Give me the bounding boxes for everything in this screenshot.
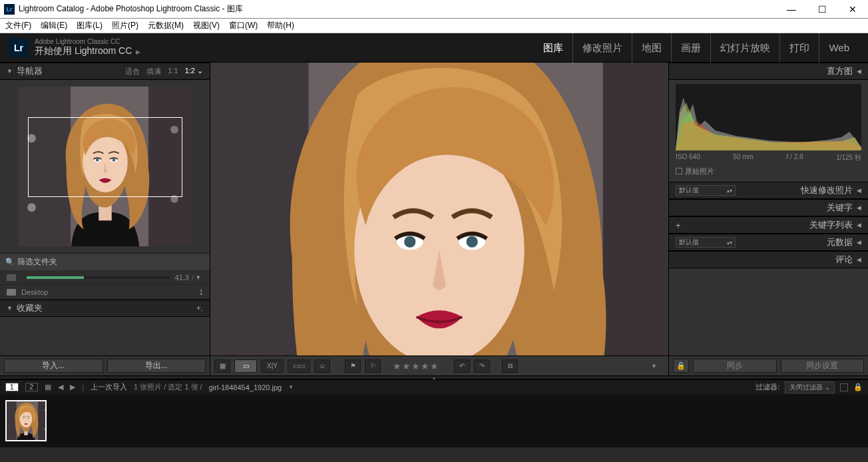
histogram-chart[interactable] bbox=[676, 84, 861, 150]
quickdev-preset-select[interactable]: 默认值▴▾ bbox=[676, 185, 736, 196]
module-slideshow[interactable]: 幻灯片放映 bbox=[710, 33, 779, 63]
filmstrip-header: 1 2 ▦ ◀ ▶ | 上一次导入 1 张照片 / 选定 1 张 / girl-… bbox=[0, 379, 868, 394]
view-grid-button[interactable]: ▦ bbox=[214, 359, 230, 373]
window-titlebar: Lr Lightroom Catalog - Adobe Photoshop L… bbox=[0, 0, 868, 19]
module-library[interactable]: 图库 bbox=[534, 33, 572, 63]
menu-file[interactable]: 文件(F) bbox=[5, 20, 31, 31]
histogram-body: ISO 640 50 mm f / 2.8 1/125 秒 原始照片 bbox=[669, 80, 868, 182]
import-export-row: 导入... 导出... bbox=[0, 355, 210, 375]
view-compare-button[interactable]: X|Y bbox=[261, 359, 284, 373]
loupe-view[interactable] bbox=[210, 63, 668, 355]
zoom-fit[interactable]: 适合 bbox=[125, 67, 140, 77]
folder-count: 1 bbox=[199, 288, 203, 296]
keywordlist-header[interactable]: ◀ 关键字列表 + bbox=[669, 216, 868, 234]
module-web[interactable]: Web bbox=[819, 33, 859, 63]
folder-icon bbox=[7, 289, 16, 296]
disk-icon bbox=[7, 274, 16, 281]
filmstrip[interactable] bbox=[0, 394, 868, 447]
original-photo-row[interactable]: 原始照片 bbox=[676, 166, 861, 176]
folder-name: Desktop bbox=[21, 288, 48, 296]
crop-overlay-button[interactable]: ⧉ bbox=[502, 359, 518, 373]
disclosure-icon: ▼ bbox=[7, 305, 13, 312]
rating-stars[interactable]: ★★★★★ bbox=[393, 361, 439, 371]
quickdev-header[interactable]: ◀ 快速修改照片 默认值▴▾ bbox=[669, 182, 868, 199]
rotate-ccw-button[interactable]: ↶ bbox=[454, 359, 470, 373]
menu-meta[interactable]: 元数据(M) bbox=[148, 20, 184, 31]
sync-button[interactable]: 同步 bbox=[693, 359, 777, 373]
nav-back-icon[interactable]: ◀ bbox=[58, 383, 63, 391]
minimize-button[interactable]: — bbox=[776, 0, 807, 19]
zoom-select[interactable]: 1:2 ⌄ bbox=[185, 67, 203, 77]
grid-icon[interactable]: ▦ bbox=[45, 383, 51, 391]
module-print[interactable]: 打印 bbox=[779, 33, 819, 63]
navigator-header[interactable]: ▼ 导航器 适合 填满 1:1 1:2 ⌄ bbox=[0, 63, 210, 80]
keywordlist-label: 关键字列表 bbox=[681, 219, 853, 231]
histogram-header[interactable]: ◀ 直方图 bbox=[669, 63, 868, 80]
folder-filter[interactable]: 🔍 筛选文件夹 bbox=[0, 253, 210, 270]
filename-dropdown-icon[interactable]: ▼ bbox=[288, 384, 294, 390]
filter-toggle[interactable] bbox=[840, 383, 848, 391]
filmstrip-thumb[interactable] bbox=[5, 400, 47, 441]
keywords-header[interactable]: ◀ 关键字 bbox=[669, 199, 868, 216]
disclosure-icon: ◀ bbox=[857, 239, 861, 246]
comments-header[interactable]: ◀ 评论 bbox=[669, 251, 868, 268]
rotate-cw-button[interactable]: ↷ bbox=[474, 359, 490, 373]
import-button[interactable]: 导入... bbox=[4, 359, 103, 373]
view-survey-button[interactable]: ▭▭ bbox=[288, 359, 310, 373]
meta-shutter: 1/125 秒 bbox=[836, 153, 861, 162]
identity-big[interactable]: 开始使用 Lightroom CC▶ bbox=[35, 45, 140, 57]
app-icon: Lr bbox=[4, 4, 15, 15]
sync-lock-icon[interactable]: 🔒 bbox=[673, 359, 689, 373]
metadata-preset-select[interactable]: 默认值▴▾ bbox=[676, 237, 736, 248]
collections-header[interactable]: ▼ 收藏夹 +. bbox=[0, 300, 210, 317]
add-keyword-button[interactable]: + bbox=[676, 220, 681, 230]
metadata-header[interactable]: ◀ 元数据 默认值▴▾ bbox=[669, 234, 868, 251]
chevron-down-icon[interactable]: ▾ bbox=[194, 273, 203, 282]
checkbox-icon[interactable] bbox=[676, 168, 682, 174]
window-layout-2[interactable]: 2 bbox=[25, 383, 39, 391]
flag-reject-button[interactable]: ⚐ bbox=[365, 359, 381, 373]
navigator-crop-rect[interactable] bbox=[28, 117, 182, 197]
module-picker: 图库 修改照片 地图 画册 幻灯片放映 打印 Web bbox=[534, 33, 859, 63]
meta-aperture: f / 2.8 bbox=[787, 153, 803, 162]
collections-label: 收藏夹 bbox=[17, 302, 196, 314]
sync-settings-button[interactable]: 同步设置 bbox=[781, 359, 865, 373]
meta-focal: 50 mm bbox=[733, 153, 754, 162]
export-button[interactable]: 导出... bbox=[107, 359, 206, 373]
folder-desktop[interactable]: Desktop 1 bbox=[0, 285, 210, 300]
disclosure-icon: ◀ bbox=[857, 187, 861, 194]
keywords-label: 关键字 bbox=[676, 202, 853, 214]
menu-view[interactable]: 视图(V) bbox=[193, 20, 220, 31]
add-collection-button[interactable]: +. bbox=[196, 304, 203, 313]
flag-pick-button[interactable]: ⚑ bbox=[345, 359, 361, 373]
module-develop[interactable]: 修改照片 bbox=[572, 33, 632, 63]
identity-small: Adobe Lightroom Classic CC bbox=[35, 38, 140, 45]
maximize-button[interactable]: ☐ bbox=[807, 0, 837, 19]
navigator-thumbnail[interactable] bbox=[19, 87, 192, 246]
menu-library[interactable]: 图库(L) bbox=[77, 20, 103, 31]
lr-logo: Lr bbox=[9, 39, 28, 57]
module-map[interactable]: 地图 bbox=[632, 33, 671, 63]
menu-help[interactable]: 帮助(H) bbox=[267, 20, 294, 31]
view-people-button[interactable]: ☺ bbox=[314, 359, 330, 373]
volume-row[interactable]: 41.3 / ▾ bbox=[0, 270, 210, 285]
disk-free: 41.3 bbox=[175, 274, 189, 282]
menu-window[interactable]: 窗口(W) bbox=[229, 20, 258, 31]
filename: girl-1848454_1920.jpg bbox=[209, 383, 282, 391]
source-label[interactable]: 上一次导入 bbox=[91, 382, 127, 392]
nav-fwd-icon[interactable]: ▶ bbox=[70, 383, 75, 391]
menu-edit[interactable]: 编辑(E) bbox=[41, 20, 67, 31]
window-layout-1[interactable]: 1 bbox=[5, 383, 19, 391]
close-button[interactable]: ✕ bbox=[837, 0, 868, 19]
zoom-fill[interactable]: 填满 bbox=[146, 67, 161, 77]
toolbar-dropdown[interactable]: ▼ bbox=[651, 363, 664, 369]
metadata-label: 元数据 bbox=[736, 236, 853, 248]
toolbar: ▦ ▭ X|Y ▭▭ ☺ ⚑ ⚐ ★★★★★ ↶ ↷ ⧉ ▼ bbox=[210, 355, 668, 375]
module-book[interactable]: 画册 bbox=[671, 33, 710, 63]
view-loupe-button[interactable]: ▭ bbox=[234, 359, 257, 373]
navigator-label: 导航器 bbox=[17, 65, 125, 77]
menu-photo[interactable]: 照片(P) bbox=[112, 20, 138, 31]
filter-lock-icon[interactable]: 🔒 bbox=[853, 383, 863, 391]
zoom-1-1[interactable]: 1:1 bbox=[168, 67, 178, 77]
filter-select[interactable]: 关闭过滤器 ⌄ bbox=[785, 381, 835, 393]
